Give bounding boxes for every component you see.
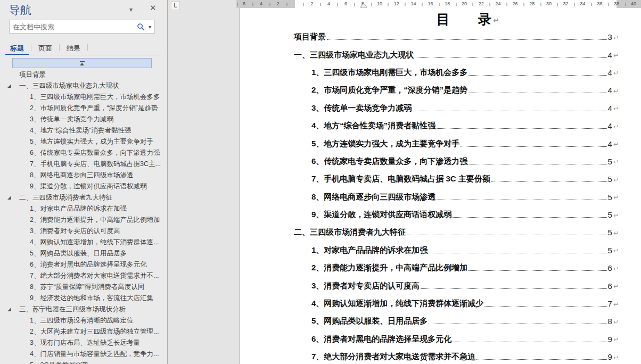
toc-entry[interactable]: 8、网络电商逐步向三四级市场渗透 5 ↵ <box>240 188 641 206</box>
toc-entry[interactable]: 6、传统家电专卖店数量众多，向下渗透力强 5 ↵ <box>240 153 641 170</box>
search-icon[interactable] <box>137 23 145 31</box>
toc-list: 项目背景 3 ↵ 一、三四级市场家电业态九大现状 4 ↵ 1、三四级市场家电刚需 <box>240 28 641 364</box>
search-options-caret-icon[interactable]: ▾ <box>149 24 151 30</box>
heading-item[interactable]: 1、对家电产品品牌的诉求在加强 <box>0 203 168 214</box>
heading-item[interactable]: 7、手机电脑专卖店、电脑数码城占据3C主... <box>0 159 168 170</box>
jump-to-top-bar[interactable] <box>12 58 152 68</box>
dot-leader <box>476 359 606 360</box>
collapse-triangle-icon[interactable] <box>7 308 11 311</box>
toc-page-number: 5 <box>608 210 612 219</box>
dot-leader <box>453 217 606 218</box>
toc-entry[interactable]: 一、三四级市场家电业态九大现状 4 ↵ <box>240 46 641 63</box>
dot-leader <box>429 324 606 324</box>
paragraph-mark-icon: ↵ <box>613 283 619 290</box>
heading-item[interactable]: 3、消费者对专卖店的认可度高 <box>0 226 168 237</box>
tabs-divider <box>0 55 168 55</box>
paragraph-mark-icon: ↵ <box>613 176 619 184</box>
toc-entry[interactable]: 6、消费者对黑电的品牌选择呈现多元化 9 ↵ <box>240 330 641 348</box>
heading-item[interactable]: 9、经济发达的饱和市场，客流往大店汇集 <box>0 293 168 304</box>
toc-entry[interactable]: 7、绝大部分消费者对大家电送货需求并不急迫 9 ↵ <box>240 348 641 364</box>
heading-item[interactable]: 8、苏宁“质量保障”得到消费者高度认同 <box>0 282 168 293</box>
toc-entry[interactable]: 4、网购认知逐渐增加，纯线下消费群体逐渐减少 7 ↵ <box>240 295 641 312</box>
toc-page-number: 4 <box>608 104 612 113</box>
toc-page-number: 8 <box>608 317 612 326</box>
heading-item-label: 3、消费者对专卖店的认可度高 <box>30 227 120 235</box>
tab-stop-selector[interactable]: L <box>171 1 180 10</box>
search-box[interactable]: ▾ <box>9 20 155 34</box>
toc-entry[interactable]: 二、三四级市场消费者九大特征 5 ↵ <box>240 224 641 241</box>
paragraph-mark-icon: ↵ <box>613 194 619 201</box>
toc-entry[interactable]: 5、网购品类以服装、日用品居多 8 ↵ <box>240 312 641 330</box>
toc-entry-text: 7、手机电脑专卖店、电脑数码城占据 3C 主要份额 <box>311 174 490 184</box>
heading-item[interactable]: 二、三四级市场消费者九大特征 <box>0 192 168 203</box>
heading-item[interactable]: 7、绝大部分消费者对大家电送货需求并不... <box>0 270 168 282</box>
collapse-triangle-icon[interactable] <box>7 84 11 88</box>
heading-item[interactable]: 2、市场同质化竞争严重，“深度分销”是趋势 <box>0 103 168 114</box>
toc-entry[interactable]: 2、消费能力逐渐提升，中高端产品比例增加 6 ↵ <box>240 259 641 277</box>
paragraph-mark-icon: ↵ <box>613 247 619 254</box>
heading-item-label: 5、3C品类发展弱势 <box>30 361 88 364</box>
heading-item-label: 3、传统单一卖场竞争力减弱 <box>30 115 113 123</box>
heading-item[interactable]: 1、三四级市场家电刚需巨大，市场机会多多 <box>0 92 168 103</box>
toc-entry[interactable]: 5、地方连锁实力强大，成为主要竞争对手 4 ↵ <box>240 135 641 152</box>
heading-item[interactable]: 6、传统家电专卖店数量众多，向下渗透力强 <box>0 147 168 159</box>
heading-item[interactable]: 4、门店销量与市场容量缺乏匹配，竞争力... <box>0 349 168 360</box>
ruler-number: 26 <box>512 1 517 7</box>
nav-tab[interactable]: 结果 <box>62 40 85 55</box>
heading-item[interactable]: 4、网购认知逐渐增加，纯线下消费群体逐... <box>0 237 168 248</box>
toc-entry-text: 一、三四级市场家电业态九大现状 <box>294 50 414 60</box>
toc-entry[interactable]: 3、消费者对专卖店的认可度高 6 ↵ <box>240 277 641 294</box>
heading-item[interactable]: 3、传统单一卖场竞争力减弱 <box>0 114 168 125</box>
dot-leader <box>421 288 606 289</box>
search-input[interactable] <box>13 23 135 31</box>
heading-item[interactable]: 5、地方连锁实力强大，成为主要竞争对手 <box>0 136 168 147</box>
heading-item[interactable]: 4、地方“综合性卖场”消费者黏性强 <box>0 125 168 136</box>
heading-item-label: 8、网络电商逐步向三四级市场渗透 <box>30 171 133 179</box>
heading-item-label: 2、消费能力逐渐提升，中高端产品比例增加 <box>30 216 160 224</box>
paragraph-mark-icon: ↵ <box>613 140 619 148</box>
toc-entry[interactable]: 9、渠道分散，连锁对供应商话语权减弱 5 ↵ <box>240 206 641 224</box>
chevron-down-icon[interactable]: ▾ <box>129 6 133 13</box>
toc-entry[interactable]: 7、手机电脑专卖店、电脑数码城占据 3C 主要份额 5 ↵ <box>240 170 641 188</box>
ruler-number: 4 <box>327 1 330 7</box>
ruler-number: 14 <box>411 1 416 7</box>
ruler-number: 30 <box>546 1 552 7</box>
toc-page-number: 5 <box>608 246 612 255</box>
heading-item[interactable]: 一、三四级市场家电业态九大现状 <box>0 80 168 92</box>
heading-item[interactable]: 5、3C品类发展弱势 <box>0 360 168 364</box>
collapse-triangle-icon[interactable] <box>7 196 11 200</box>
heading-item[interactable]: 三、苏宁电器在三四级市场现状分析 <box>0 304 168 315</box>
heading-item-label: 3、现有门店布局、选址缺乏长远考量 <box>30 339 140 346</box>
toc-entry[interactable]: 4、地方“综合性卖场”消费者黏性强 4 ↵ <box>240 117 641 135</box>
heading-item[interactable]: 1、三四级市场没有清晰的战略定位 <box>0 315 168 326</box>
ruler-number: 38 <box>614 1 619 7</box>
heading-item[interactable]: 5、网购品类以服装、日用品居多 <box>0 248 168 259</box>
toc-page-number: 3 <box>608 32 612 42</box>
nav-tab[interactable]: 页面 <box>34 40 57 55</box>
dot-leader <box>453 342 606 342</box>
toc-title-text: 目 录 <box>437 11 492 28</box>
toc-entry[interactable]: 1、三四级市场家电刚需巨大，市场机会多多 4 ↵ <box>240 64 641 81</box>
paragraph-mark-icon: ↵ <box>613 87 619 95</box>
heading-item-label: 4、地方“综合性卖场”消费者黏性强 <box>30 127 131 134</box>
toc-entry[interactable]: 2、市场同质化竞争严重，“深度分销”是趋势 4 ↵ <box>240 81 641 99</box>
heading-item[interactable]: 2、大区尚未建立对三四级市场的独立管理... <box>0 326 168 337</box>
heading-item[interactable]: 6、消费者对黑电的品牌选择呈现多元化 <box>0 259 168 270</box>
paragraph-mark-icon: ↵ <box>613 229 619 237</box>
nav-tab[interactable]: 标题 <box>5 40 29 55</box>
heading-item-label: 2、市场同质化竞争严重，“深度分销”是趋势 <box>30 104 158 112</box>
toc-page-number: 4 <box>608 51 612 60</box>
heading-item[interactable]: 8、网络电商逐步向三四级市场渗透 <box>0 170 168 181</box>
ruler-number: 6 <box>243 1 245 7</box>
dot-leader <box>437 128 606 129</box>
toc-entry[interactable]: 3、传统单一卖场竞争力减弱 4 ↵ <box>240 100 641 117</box>
close-icon[interactable]: ✕ <box>150 3 157 13</box>
jump-top-icon-triangle <box>80 63 84 65</box>
heading-item[interactable]: 9、渠道分散，连锁对供应商话语权减弱 <box>0 181 168 192</box>
toc-entry-text: 1、对家电产品品牌的诉求在加强 <box>311 245 428 255</box>
heading-item[interactable]: 3、现有门店布局、选址缺乏长远考量 <box>0 337 168 349</box>
toc-entry[interactable]: 1、对家电产品品牌的诉求在加强 5 ↵ <box>240 242 641 259</box>
heading-item[interactable]: 项目背景 <box>0 69 168 80</box>
toc-entry[interactable]: 项目背景 3 ↵ <box>240 28 641 46</box>
heading-item[interactable]: 2、消费能力逐渐提升，中高端产品比例增加 <box>0 214 168 226</box>
